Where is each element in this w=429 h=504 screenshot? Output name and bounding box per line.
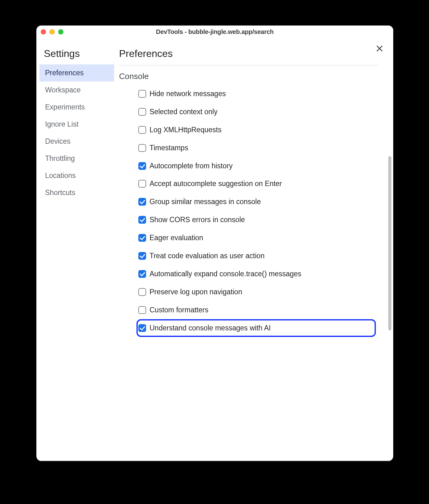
- settings-sidebar: Settings PreferencesWorkspaceExperiments…: [36, 38, 114, 461]
- sidebar-item-label: Ignore List: [45, 120, 78, 128]
- preference-label: Automatically expand console.trace() mes…: [150, 269, 374, 279]
- preference-label: Treat code evaluation as user action: [150, 251, 374, 261]
- window-title: DevTools - bubble-jingle.web.app/search: [36, 28, 393, 35]
- checkbox[interactable]: [138, 216, 146, 224]
- preference-label: Hide network messages: [150, 89, 374, 99]
- preference-label: Understand console messages with AI: [150, 324, 372, 333]
- preference-row: Group similar messages in console: [136, 193, 376, 211]
- checkbox[interactable]: [138, 288, 146, 296]
- devtools-window: DevTools - bubble-jingle.web.app/search …: [36, 26, 393, 461]
- preferences-content: Preferences Console Hide network message…: [114, 38, 393, 461]
- section-divider: [119, 65, 378, 65]
- checkbox[interactable]: [138, 252, 146, 260]
- section-title: Console: [119, 72, 378, 85]
- preference-row: Hide network messages: [136, 85, 376, 103]
- checkbox[interactable]: [138, 180, 146, 188]
- sidebar-title: Settings: [39, 46, 114, 63]
- sidebar-item-label: Shortcuts: [45, 189, 75, 197]
- sidebar-item-workspace[interactable]: Workspace: [39, 82, 114, 99]
- checkbox[interactable]: [138, 90, 146, 98]
- preference-row: Autocomplete from history: [136, 157, 376, 175]
- checkbox[interactable]: [138, 144, 146, 152]
- checkbox[interactable]: [138, 162, 146, 170]
- preference-label: Autocomplete from history: [150, 161, 374, 171]
- preference-row: Selected context only: [136, 103, 376, 121]
- sidebar-item-label: Throttling: [45, 154, 75, 162]
- window-bottom-edge: [36, 460, 393, 461]
- preference-row: Understand console messages with AI: [136, 319, 376, 337]
- sidebar-item-label: Locations: [45, 171, 76, 180]
- preference-label: Log XMLHttpRequests: [150, 125, 374, 135]
- preference-row: Preserve log upon navigation: [136, 283, 376, 301]
- sidebar-item-preferences[interactable]: Preferences: [39, 64, 114, 82]
- preference-row: Eager evaluation: [136, 229, 376, 247]
- preference-row: Custom formatters: [136, 301, 376, 319]
- checkbox[interactable]: [138, 198, 146, 206]
- page-title: Preferences: [119, 46, 378, 65]
- preference-label: Eager evaluation: [150, 233, 374, 243]
- sidebar-item-label: Workspace: [45, 86, 81, 94]
- preference-row: Show CORS errors in console: [136, 211, 376, 229]
- sidebar-item-locations[interactable]: Locations: [39, 167, 114, 184]
- preference-row: Automatically expand console.trace() mes…: [136, 265, 376, 283]
- checkbox[interactable]: [138, 324, 146, 332]
- sidebar-item-label: Experiments: [45, 103, 85, 111]
- sidebar-item-ignore-list[interactable]: Ignore List: [39, 116, 114, 133]
- checkbox[interactable]: [138, 270, 146, 278]
- preference-row: Timestamps: [136, 139, 376, 157]
- checkbox[interactable]: [138, 306, 146, 314]
- sidebar-item-label: Preferences: [45, 69, 84, 77]
- preference-row: Treat code evaluation as user action: [136, 247, 376, 265]
- preference-label: Preserve log upon navigation: [150, 287, 374, 297]
- sidebar-item-label: Devices: [45, 137, 71, 145]
- sidebar-item-shortcuts[interactable]: Shortcuts: [39, 184, 114, 201]
- window-titlebar: DevTools - bubble-jingle.web.app/search: [36, 26, 393, 38]
- preference-label: Selected context only: [150, 107, 374, 117]
- checkbox[interactable]: [138, 108, 146, 116]
- preference-row: Accept autocomplete suggestion on Enter: [136, 175, 376, 193]
- sidebar-item-experiments[interactable]: Experiments: [39, 99, 114, 116]
- preference-label: Custom formatters: [150, 306, 374, 315]
- preference-label: Show CORS errors in console: [150, 215, 374, 225]
- checkbox[interactable]: [138, 126, 146, 134]
- checkbox[interactable]: [138, 234, 146, 242]
- sidebar-item-devices[interactable]: Devices: [39, 133, 114, 150]
- preference-row: Log XMLHttpRequests: [136, 121, 376, 139]
- preference-label: Timestamps: [150, 143, 374, 153]
- sidebar-item-throttling[interactable]: Throttling: [39, 150, 114, 167]
- scrollbar-thumb[interactable]: [388, 156, 391, 330]
- preference-label: Group similar messages in console: [150, 197, 374, 207]
- preference-label: Accept autocomplete suggestion on Enter: [150, 179, 374, 189]
